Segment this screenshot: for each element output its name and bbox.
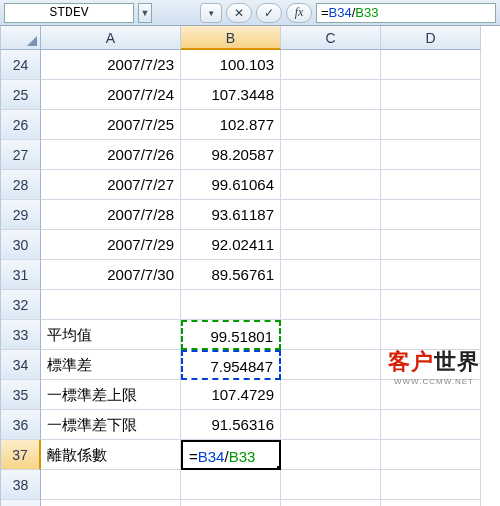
cell[interactable] (41, 470, 181, 500)
formula-ref2: B33 (355, 5, 378, 20)
cell[interactable]: 107.3448 (181, 80, 281, 110)
cell[interactable] (381, 350, 481, 380)
cell[interactable] (41, 500, 181, 506)
row-header[interactable]: 35 (1, 380, 41, 410)
cancel-button[interactable]: ✕ (226, 3, 252, 23)
cell[interactable] (281, 50, 381, 80)
fx-button[interactable]: fx (286, 3, 312, 23)
formula-ref1: B34 (329, 5, 352, 20)
cell[interactable]: 2007/7/29 (41, 230, 181, 260)
cell[interactable] (181, 470, 281, 500)
editing-cell[interactable]: =B34/B33 (181, 440, 281, 470)
cell[interactable] (381, 380, 481, 410)
cell[interactable]: 2007/7/27 (41, 170, 181, 200)
spreadsheet-grid[interactable]: ABCD242007/7/23100.103252007/7/24107.344… (0, 26, 500, 506)
cell[interactable] (281, 410, 381, 440)
cell[interactable]: 92.02411 (181, 230, 281, 260)
cell[interactable] (381, 80, 481, 110)
cell[interactable] (281, 200, 381, 230)
column-header-D[interactable]: D (381, 26, 481, 50)
cell[interactable] (281, 80, 381, 110)
expand-formula-icon[interactable]: ▾ (200, 3, 222, 23)
row-header[interactable]: 30 (1, 230, 41, 260)
cell[interactable] (381, 470, 481, 500)
cell[interactable] (281, 290, 381, 320)
cell[interactable] (281, 470, 381, 500)
cell[interactable] (381, 410, 481, 440)
row-header[interactable]: 36 (1, 410, 41, 440)
cell[interactable]: 平均值 (41, 320, 181, 350)
cell[interactable]: 107.4729 (181, 380, 281, 410)
cell[interactable] (381, 440, 481, 470)
column-header-C[interactable]: C (281, 26, 381, 50)
cell[interactable] (381, 320, 481, 350)
row-header[interactable]: 25 (1, 80, 41, 110)
cell[interactable] (381, 230, 481, 260)
cell[interactable] (281, 110, 381, 140)
formula-bar: STDEV ▼ ▾ ✕ ✓ fx =B34/B33 (0, 0, 500, 26)
cell[interactable]: 99.61064 (181, 170, 281, 200)
row-header[interactable]: 32 (1, 290, 41, 320)
cell[interactable]: 2007/7/23 (41, 50, 181, 80)
formula-input[interactable]: =B34/B33 (316, 3, 496, 23)
row-header[interactable]: 28 (1, 170, 41, 200)
cell[interactable]: 7.954847 (181, 350, 281, 380)
row-header[interactable]: 37 (1, 440, 41, 470)
cell[interactable]: 2007/7/24 (41, 80, 181, 110)
cell[interactable]: 一標準差上限 (41, 380, 181, 410)
cell[interactable] (281, 140, 381, 170)
cell[interactable] (381, 170, 481, 200)
cell[interactable]: 離散係數 (41, 440, 181, 470)
row-header[interactable]: 29 (1, 200, 41, 230)
cell[interactable]: 2007/7/28 (41, 200, 181, 230)
row-header[interactable]: 34 (1, 350, 41, 380)
cell[interactable]: 100.103 (181, 50, 281, 80)
cell[interactable] (281, 320, 381, 350)
column-header-B[interactable]: B (181, 26, 281, 50)
cell[interactable] (381, 50, 481, 80)
cell[interactable] (281, 440, 381, 470)
row-header[interactable]: 31 (1, 260, 41, 290)
formula-prefix: = (321, 5, 329, 20)
column-header-A[interactable]: A (41, 26, 181, 50)
cell[interactable] (281, 260, 381, 290)
name-box-dropdown[interactable]: ▼ (138, 3, 152, 23)
cell[interactable] (381, 500, 481, 506)
cell[interactable] (281, 350, 381, 380)
row-header[interactable]: 27 (1, 140, 41, 170)
cell[interactable] (41, 290, 181, 320)
cell[interactable]: 2007/7/26 (41, 140, 181, 170)
cell[interactable] (281, 500, 381, 506)
cell[interactable] (281, 170, 381, 200)
cell[interactable] (181, 500, 281, 506)
row-header[interactable]: 38 (1, 470, 41, 500)
cell[interactable]: 一標準差下限 (41, 410, 181, 440)
cell[interactable] (181, 290, 281, 320)
cell[interactable]: 2007/7/25 (41, 110, 181, 140)
cell[interactable] (381, 140, 481, 170)
cell[interactable] (381, 200, 481, 230)
cell[interactable] (281, 380, 381, 410)
cell[interactable]: 102.877 (181, 110, 281, 140)
row-header[interactable]: 24 (1, 50, 41, 80)
cell[interactable]: 91.56316 (181, 410, 281, 440)
cell[interactable] (381, 260, 481, 290)
cell[interactable]: 99.51801 (181, 320, 281, 350)
cell[interactable] (381, 110, 481, 140)
name-box[interactable]: STDEV (4, 3, 134, 23)
cell[interactable] (281, 230, 381, 260)
select-all-corner[interactable] (1, 26, 41, 50)
cell[interactable] (381, 290, 481, 320)
cell[interactable]: 98.20587 (181, 140, 281, 170)
cell[interactable]: 2007/7/30 (41, 260, 181, 290)
enter-button[interactable]: ✓ (256, 3, 282, 23)
row-header[interactable]: 33 (1, 320, 41, 350)
row-header[interactable]: 39 (1, 500, 41, 506)
row-header[interactable]: 26 (1, 110, 41, 140)
cell[interactable]: 89.56761 (181, 260, 281, 290)
cell[interactable]: 93.61187 (181, 200, 281, 230)
cell[interactable]: 標準差 (41, 350, 181, 380)
